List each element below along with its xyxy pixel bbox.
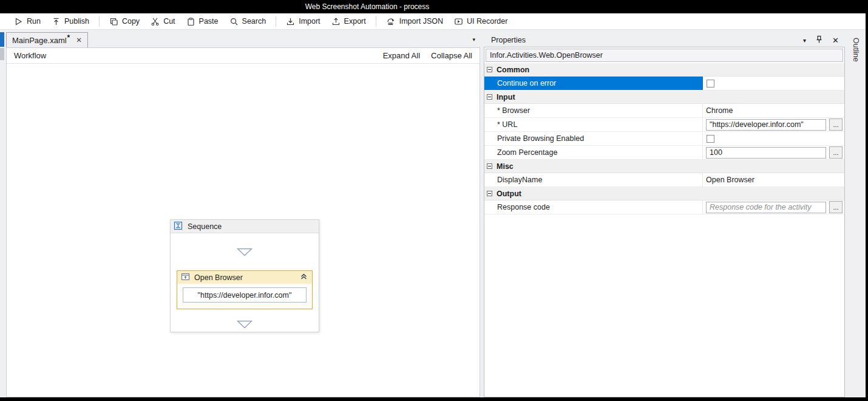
pin-icon[interactable] — [815, 35, 823, 46]
ui-recorder-icon — [454, 17, 463, 26]
continue-on-error-checkbox[interactable] — [707, 80, 714, 87]
zoom-expression-button[interactable]: ... — [829, 146, 843, 159]
main-toolbar: Run Publish Copy Cut Paste Search Import — [0, 13, 868, 30]
import-button[interactable]: Import — [280, 14, 325, 29]
drop-target-arrow[interactable] — [237, 248, 253, 258]
section-row-common[interactable]: Common — [484, 63, 844, 77]
url-expression-button[interactable]: ... — [829, 118, 843, 131]
open-browser-body: "https://developer.infor.com" — [177, 284, 312, 309]
tab-label: MainPage.xaml — [12, 36, 67, 45]
browser-icon — [181, 272, 190, 283]
property-label[interactable]: Continue on error — [484, 77, 703, 90]
expand-all-link[interactable]: Expand All — [383, 51, 420, 60]
drop-target-arrow[interactable] — [237, 320, 253, 331]
collapse-section-icon[interactable] — [487, 163, 492, 169]
property-label[interactable]: DisplayName — [484, 173, 703, 187]
sequence-icon — [174, 221, 183, 232]
url-input[interactable]: "https://developer.infor.com" — [183, 287, 307, 303]
properties-title: Properties — [491, 36, 526, 44]
properties-title-bar: Properties ▾ ✕ — [484, 33, 845, 47]
left-edge-strip — [0, 30, 6, 397]
paste-icon — [186, 17, 195, 26]
title-bar: Web Screenshot Automation - process — [0, 0, 868, 13]
import-json-icon: JSON — [386, 17, 396, 26]
sequence-header[interactable]: Sequence — [171, 220, 319, 233]
sequence-title: Sequence — [188, 222, 222, 231]
content-area: MainPage.xaml * ✕ ▾ Workflow Expand All … — [0, 30, 866, 397]
section-row-misc[interactable]: Misc — [484, 160, 844, 173]
collapse-all-link[interactable]: Collapse All — [431, 51, 472, 60]
search-button[interactable]: Search — [224, 14, 272, 29]
property-label[interactable]: * URL — [484, 118, 703, 131]
ui-recorder-button[interactable]: UI Recorder — [449, 14, 513, 29]
activity-type-name: Infor.Activities.Web.OpenBrowser — [486, 49, 843, 62]
collapse-section-icon[interactable] — [487, 67, 492, 72]
property-label[interactable]: Response code — [484, 200, 703, 214]
properties-grid: Infor.Activities.Web.OpenBrowser Common … — [484, 47, 845, 397]
tab-close-icon[interactable]: ✕ — [76, 36, 82, 44]
displayname-value[interactable]: Open Browser — [706, 176, 754, 184]
import-json-button[interactable]: JSON Import JSON — [381, 14, 449, 29]
open-browser-title: Open Browser — [194, 273, 295, 282]
property-row-url[interactable]: * URL "https://developer.infor.com" ... — [484, 118, 844, 132]
outline-tab[interactable]: Outline — [852, 30, 860, 397]
property-label[interactable]: Private Browsing Enabled — [484, 132, 703, 145]
property-row-displayname[interactable]: DisplayName Open Browser — [484, 173, 844, 187]
tab-mainpage-xaml[interactable]: MainPage.xaml * ✕ — [6, 32, 88, 47]
property-row-response-code[interactable]: Response code Response code for the acti… — [484, 200, 844, 214]
window-title: Web Screenshot Automation - process — [305, 2, 430, 11]
property-label[interactable]: * Browser — [484, 104, 703, 117]
property-label[interactable]: Zoom Percentage — [484, 146, 703, 159]
sequence-activity[interactable]: Sequence Open Browser "https://developer… — [170, 219, 319, 332]
toolbar-separator — [276, 16, 276, 27]
run-icon — [14, 17, 23, 26]
edge-gray-mark — [0, 48, 4, 60]
section-row-input[interactable]: Input — [484, 91, 844, 104]
toolbar-separator — [376, 16, 376, 27]
export-icon — [331, 17, 341, 26]
zoom-percentage-textbox[interactable]: 100 — [706, 147, 826, 159]
cut-icon — [151, 17, 160, 26]
search-icon — [229, 17, 239, 26]
property-row-browser[interactable]: * Browser Chrome — [484, 104, 844, 118]
response-code-textbox[interactable]: Response code for the activity — [706, 202, 826, 213]
browser-value[interactable]: Chrome — [706, 106, 733, 115]
property-row-zoom-percentage[interactable]: Zoom Percentage 100 ... — [484, 146, 844, 160]
open-browser-activity[interactable]: Open Browser "https://developer.infor.co… — [177, 270, 313, 309]
properties-panel: Properties ▾ ✕ Infor.Activities.Web.Open… — [484, 30, 845, 397]
collapse-section-icon[interactable] — [487, 94, 492, 100]
publish-button[interactable]: Publish — [46, 14, 95, 29]
paste-button[interactable]: Paste — [181, 14, 224, 29]
collapse-section-icon[interactable] — [487, 191, 492, 196]
tab-list-dropdown-icon[interactable]: ▾ — [472, 36, 475, 43]
url-textbox[interactable]: "https://developer.infor.com" — [706, 119, 826, 131]
run-button[interactable]: Run — [8, 14, 46, 29]
toolbar-separator — [99, 16, 100, 27]
workflow-header: Workflow Expand All Collapse All — [7, 48, 480, 64]
import-icon — [286, 17, 295, 26]
open-browser-header[interactable]: Open Browser — [177, 271, 312, 284]
window-bottom-border — [0, 397, 868, 401]
section-row-output[interactable]: Output — [484, 187, 844, 200]
designer-area: MainPage.xaml * ✕ ▾ Workflow Expand All … — [6, 30, 480, 397]
right-tool-strip: Outline — [849, 30, 863, 397]
app-window: Web Screenshot Automation - process Run … — [0, 0, 868, 401]
collapse-chevron-icon[interactable] — [299, 272, 308, 283]
properties-dropdown-icon[interactable]: ▾ — [803, 37, 806, 44]
private-browsing-checkbox[interactable] — [707, 135, 714, 143]
publish-icon — [52, 17, 61, 26]
design-canvas[interactable]: Sequence Open Browser "https://developer… — [7, 64, 480, 397]
properties-empty-area — [484, 214, 844, 397]
svg-text:JSON: JSON — [388, 22, 394, 25]
response-code-expression-button[interactable]: ... — [829, 201, 843, 213]
modified-indicator: * — [67, 33, 70, 42]
workflow-title: Workflow — [14, 51, 46, 60]
workflow-designer-panel: Workflow Expand All Collapse All Sequenc… — [6, 47, 480, 397]
properties-close-icon[interactable]: ✕ — [832, 36, 839, 45]
property-row-continue-on-error[interactable]: Continue on error — [484, 77, 844, 91]
property-row-private-browsing[interactable]: Private Browsing Enabled — [484, 132, 844, 146]
cut-button[interactable]: Cut — [145, 14, 180, 29]
copy-button[interactable]: Copy — [104, 14, 145, 29]
document-tab-strip: MainPage.xaml * ✕ ▾ — [6, 30, 480, 47]
export-button[interactable]: Export — [326, 14, 371, 29]
